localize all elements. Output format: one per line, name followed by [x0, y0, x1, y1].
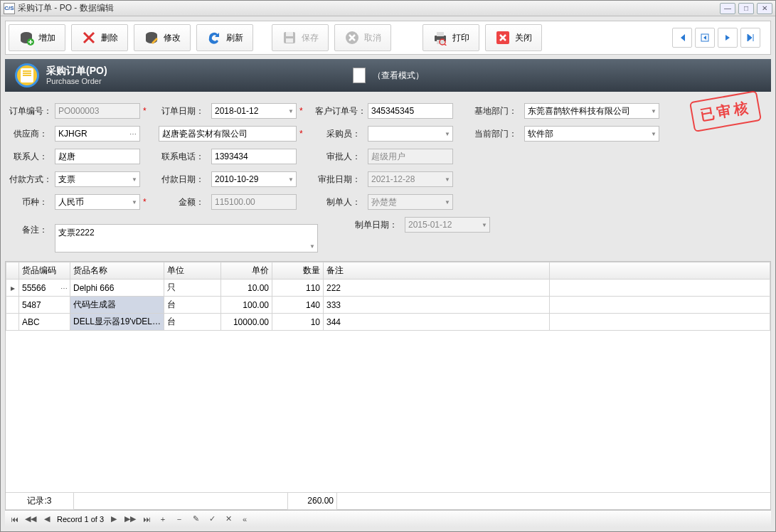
- cell-qty[interactable]: 140: [272, 297, 324, 314]
- record-nav: [672, 28, 767, 48]
- cancel-label: 取消: [364, 32, 381, 44]
- field-supplier-name[interactable]: 赵唐瓷器实材有限公司: [159, 126, 297, 142]
- view-mode-label: （查看模式）: [373, 70, 424, 82]
- header-band: 采购订单(PO) Purchase Order （查看模式）: [5, 59, 771, 92]
- cell-unit[interactable]: 台: [164, 297, 221, 314]
- field-amount: 115100.00: [211, 194, 297, 210]
- table-row[interactable]: 5487代码生成器台100.00140333: [6, 297, 770, 314]
- cell-price[interactable]: 10000.00: [221, 314, 272, 331]
- cell-code[interactable]: 5487: [19, 297, 70, 314]
- nav-first-icon[interactable]: ⏮: [8, 514, 21, 525]
- cell-remark[interactable]: 344: [324, 314, 550, 331]
- nav-next-page-icon[interactable]: ▶▶: [124, 514, 137, 525]
- field-curr-dept[interactable]: 软件部▼: [524, 126, 659, 142]
- qty-sum: 260.00: [287, 493, 337, 510]
- nav-last-button[interactable]: [740, 28, 760, 48]
- field-contact[interactable]: 赵唐: [55, 149, 140, 164]
- col-unit[interactable]: 单位: [164, 262, 221, 280]
- field-base-dept[interactable]: 东莞喜鹊软件科技有限公司▼: [524, 103, 659, 119]
- label-po-date: 订单日期：: [159, 105, 208, 117]
- col-code[interactable]: 货品编码: [19, 262, 70, 280]
- row-indicator: [6, 314, 19, 331]
- col-qty[interactable]: 数量: [272, 262, 324, 280]
- ellipsis-icon[interactable]: ⋯: [129, 130, 137, 138]
- add-label: 增加: [38, 32, 55, 44]
- nav-edit-icon[interactable]: ✎: [189, 514, 202, 525]
- field-pay-date[interactable]: 2010-10-29▼: [211, 171, 297, 187]
- header-title-zh: 采购订单(PO): [46, 65, 107, 77]
- chevron-down-icon: ▼: [651, 108, 657, 115]
- cell-code[interactable]: 55566: [19, 280, 70, 297]
- edit-button[interactable]: 修改: [134, 24, 191, 51]
- edit-label: 修改: [164, 32, 181, 44]
- detail-grid: 货品编码 货品名称 单位 单价 数量 备注 ▸55566Delphi 666只1…: [5, 261, 771, 510]
- field-currency[interactable]: 人民币▼: [55, 194, 140, 210]
- record-count: 记录:3: [6, 493, 74, 510]
- cell-unit[interactable]: 台: [164, 314, 221, 331]
- label-currency: 币种：: [9, 196, 52, 208]
- cell-name[interactable]: Delphi 666: [70, 280, 164, 297]
- chevron-down-icon: ▼: [132, 199, 137, 206]
- add-button[interactable]: 增加: [9, 24, 65, 51]
- nav-prev-icon[interactable]: ◀: [41, 514, 53, 525]
- delete-button[interactable]: 删除: [71, 24, 128, 51]
- chevron-down-icon: ▼: [482, 222, 487, 228]
- nav-add-icon[interactable]: +: [156, 514, 169, 525]
- cell-qty[interactable]: 110: [272, 280, 324, 297]
- table-row[interactable]: ABCDELL显示器19'vDELL显台10000.0010344: [6, 314, 770, 331]
- field-po-date[interactable]: 2018-01-12▼: [211, 103, 297, 119]
- col-remark[interactable]: 备注: [324, 262, 550, 280]
- nav-next-icon[interactable]: ▶: [107, 514, 120, 525]
- chevron-down-icon: ▼: [288, 176, 294, 183]
- cell-name[interactable]: DELL显示器19'vDELL显: [70, 314, 164, 331]
- detail-table[interactable]: 货品编码 货品名称 单位 单价 数量 备注 ▸55566Delphi 666只1…: [6, 262, 770, 331]
- cell-code[interactable]: ABC: [19, 314, 70, 331]
- cell-price[interactable]: 100.00: [221, 297, 272, 314]
- table-body[interactable]: ▸55566Delphi 666只10.001102225487代码生成器台10…: [6, 280, 770, 331]
- cell-unit[interactable]: 只: [164, 280, 221, 297]
- cell-name[interactable]: 代码生成器: [70, 297, 164, 314]
- maximize-button[interactable]: □: [738, 3, 754, 14]
- field-phone[interactable]: 1393434: [211, 149, 297, 164]
- label-pay-method: 付款方式：: [9, 174, 52, 186]
- label-approve-date: 审批日期：: [315, 174, 365, 186]
- close-tool-button[interactable]: 关闭: [485, 24, 542, 51]
- cell-price[interactable]: 10.00: [221, 280, 272, 297]
- label-pay-date: 付款日期：: [159, 174, 208, 186]
- field-create-date: 2015-01-12▼: [405, 217, 490, 233]
- table-row[interactable]: ▸55566Delphi 666只10.00110222: [6, 280, 770, 297]
- nav-delete-icon[interactable]: −: [173, 514, 186, 525]
- chevron-down-icon: ▼: [445, 176, 450, 183]
- close-button[interactable]: ✕: [757, 3, 772, 14]
- nav-chevron-icon[interactable]: «: [238, 514, 251, 525]
- field-pay-method[interactable]: 支票▼: [55, 171, 140, 187]
- minimize-button[interactable]: —: [720, 3, 735, 14]
- nav-first-button[interactable]: [672, 28, 692, 48]
- save-icon: [282, 30, 297, 46]
- save-label: 保存: [302, 32, 319, 44]
- nav-cancel-icon[interactable]: ✕: [222, 514, 235, 525]
- refresh-button[interactable]: 刷新: [196, 24, 253, 51]
- chevron-down-icon: ▼: [309, 243, 315, 250]
- close-label: 关闭: [515, 32, 532, 44]
- nav-next-button[interactable]: [718, 28, 738, 48]
- cell-remark[interactable]: 333: [324, 297, 550, 314]
- nav-prev-page-icon[interactable]: ◀◀: [24, 514, 37, 525]
- col-name[interactable]: 货品名称: [70, 262, 164, 280]
- label-buyer: 采购员：: [315, 128, 365, 140]
- nav-last-icon[interactable]: ⏭: [140, 514, 153, 525]
- nav-post-icon[interactable]: ✓: [206, 514, 218, 525]
- field-supplier-code[interactable]: KJHGR⋯: [55, 126, 140, 142]
- field-remark[interactable]: 支票2222▼: [55, 224, 318, 252]
- field-cust-po[interactable]: 345345345: [368, 103, 453, 119]
- nav-prev-button[interactable]: [695, 28, 715, 48]
- save-button: 保存: [272, 24, 329, 51]
- label-po-no: 订单编号：: [9, 105, 52, 117]
- print-button[interactable]: 打印: [422, 24, 479, 51]
- field-buyer[interactable]: ▼: [368, 126, 453, 142]
- cell-qty[interactable]: 10: [272, 314, 324, 331]
- col-price[interactable]: 单价: [221, 262, 272, 280]
- cell-remark[interactable]: 222: [324, 280, 550, 297]
- chevron-down-icon: ▼: [132, 176, 137, 183]
- chevron-down-icon: ▼: [651, 131, 657, 137]
